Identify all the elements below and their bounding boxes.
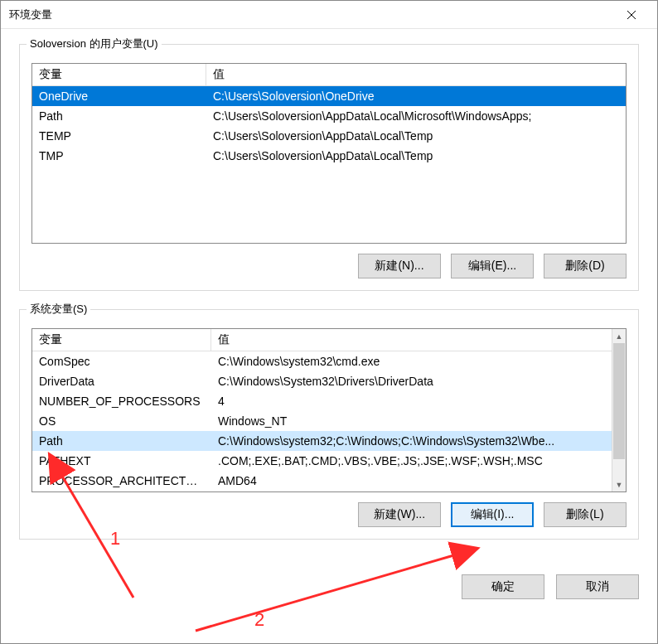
cell-value: C:\Users\Soloversion\AppData\Local\Temp bbox=[206, 149, 626, 162]
user-new-button[interactable]: 新建(N)... bbox=[358, 254, 441, 278]
table-row[interactable]: DriverDataC:\Windows\System32\Drivers\Dr… bbox=[32, 371, 626, 391]
cell-variable: Path bbox=[32, 434, 211, 448]
ok-button[interactable]: 确定 bbox=[462, 574, 544, 599]
table-row[interactable]: OneDriveC:\Users\Soloversion\OneDrive bbox=[32, 86, 626, 106]
close-icon bbox=[627, 11, 636, 19]
cell-variable: OneDrive bbox=[32, 90, 206, 103]
system-delete-button[interactable]: 删除(L) bbox=[544, 502, 627, 527]
cell-value: 4 bbox=[211, 395, 626, 408]
system-table-header: 变量 值 bbox=[32, 329, 626, 351]
table-row[interactable]: PathC:\Users\Soloversion\AppData\Local\M… bbox=[32, 106, 626, 126]
scroll-up-icon[interactable]: ▲ bbox=[612, 329, 626, 343]
table-row[interactable]: ComSpecC:\Windows\system32\cmd.exe bbox=[32, 351, 626, 371]
system-edit-button[interactable]: 编辑(I)... bbox=[451, 502, 534, 527]
cell-value: .COM;.EXE;.BAT;.CMD;.VBS;.VBE;.JS;.JSE;.… bbox=[211, 454, 626, 467]
system-scrollbar[interactable]: ▲ ▼ bbox=[612, 329, 626, 491]
table-row[interactable]: PATHEXT.COM;.EXE;.BAT;.CMD;.VBS;.VBE;.JS… bbox=[32, 451, 626, 471]
user-edit-button[interactable]: 编辑(E)... bbox=[451, 254, 534, 278]
system-vars-group: 系统变量(S) 变量 值 ComSpecC:\Windows\system32\… bbox=[19, 309, 639, 540]
user-table-header: 变量 值 bbox=[32, 64, 626, 86]
cell-variable: OS bbox=[32, 414, 211, 428]
user-col-variable[interactable]: 变量 bbox=[32, 64, 206, 85]
user-vars-label: Soloversion 的用户变量(U) bbox=[27, 36, 162, 51]
scroll-thumb[interactable] bbox=[613, 343, 625, 459]
cell-variable: PROCESSOR_ARCHITECTURE bbox=[32, 474, 211, 487]
cell-value: C:\Windows\System32\Drivers\DriverData bbox=[211, 375, 626, 388]
cell-variable: TEMP bbox=[32, 129, 206, 143]
table-row[interactable]: OSWindows_NT bbox=[32, 411, 626, 431]
cell-value: Windows_NT bbox=[211, 414, 626, 428]
cell-variable: NUMBER_OF_PROCESSORS bbox=[32, 395, 211, 408]
user-vars-group: Soloversion 的用户变量(U) 变量 值 OneDriveC:\Use… bbox=[19, 44, 639, 291]
cell-value: C:\Windows\system32\cmd.exe bbox=[211, 355, 626, 368]
titlebar: 环境变量 bbox=[1, 1, 657, 29]
system-col-value[interactable]: 值 bbox=[211, 329, 236, 351]
system-vars-label: 系统变量(S) bbox=[27, 302, 90, 317]
window-title: 环境变量 bbox=[9, 7, 612, 22]
user-col-value[interactable]: 值 bbox=[206, 64, 231, 85]
table-row[interactable]: TMPC:\Users\Soloversion\AppData\Local\Te… bbox=[32, 146, 626, 166]
cell-variable: PATHEXT bbox=[32, 454, 211, 467]
cell-value: C:\Users\Soloversion\AppData\Local\Temp bbox=[206, 129, 626, 143]
user-vars-table[interactable]: 变量 值 OneDriveC:\Users\Soloversion\OneDri… bbox=[31, 63, 627, 244]
cell-variable: ComSpec bbox=[32, 355, 211, 368]
system-vars-table[interactable]: 变量 值 ComSpecC:\Windows\system32\cmd.exeD… bbox=[31, 328, 627, 492]
system-col-variable[interactable]: 变量 bbox=[32, 329, 211, 351]
cell-variable: DriverData bbox=[32, 375, 211, 388]
cell-variable: Path bbox=[32, 109, 206, 123]
cancel-button[interactable]: 取消 bbox=[556, 574, 639, 599]
close-button[interactable] bbox=[612, 2, 651, 28]
cell-value: C:\Windows\system32;C:\Windows;C:\Window… bbox=[211, 434, 626, 448]
cell-value: C:\Users\Soloversion\OneDrive bbox=[206, 90, 626, 103]
system-new-button[interactable]: 新建(W)... bbox=[358, 502, 441, 527]
user-delete-button[interactable]: 删除(D) bbox=[544, 254, 627, 278]
table-row[interactable]: PROCESSOR_ARCHITECTUREAMD64 bbox=[32, 471, 626, 491]
cell-variable: TMP bbox=[32, 149, 206, 162]
scroll-down-icon[interactable]: ▼ bbox=[612, 477, 626, 491]
table-row[interactable]: NUMBER_OF_PROCESSORS4 bbox=[32, 391, 626, 411]
table-row[interactable]: PathC:\Windows\system32;C:\Windows;C:\Wi… bbox=[32, 431, 626, 451]
annotation-label-2: 2 bbox=[254, 609, 264, 631]
annotation-label-1: 1 bbox=[110, 528, 120, 550]
cell-value: C:\Users\Soloversion\AppData\Local\Micro… bbox=[206, 109, 626, 123]
env-vars-dialog: 环境变量 Soloversion 的用户变量(U) 变量 值 OneDriveC… bbox=[0, 0, 658, 644]
table-row[interactable]: TEMPC:\Users\Soloversion\AppData\Local\T… bbox=[32, 126, 626, 146]
cell-value: AMD64 bbox=[211, 474, 626, 487]
